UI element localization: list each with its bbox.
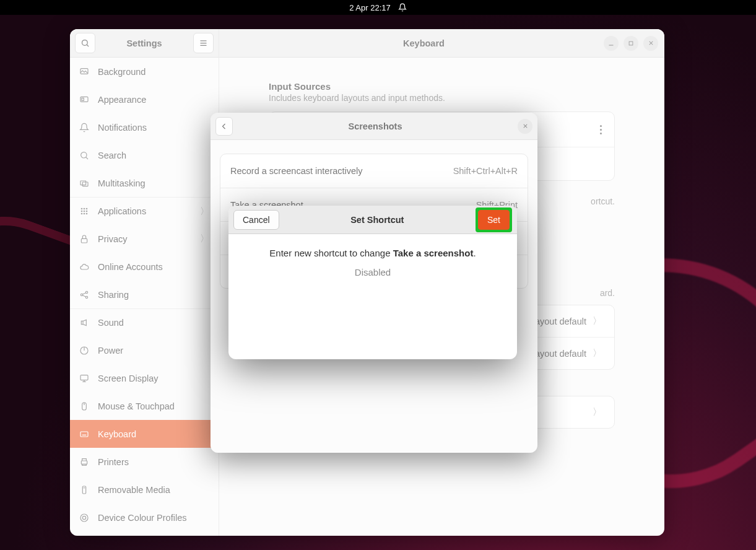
gnome-topbar: 2 Apr 22:17 xyxy=(0,0,756,15)
sidebar-item-label: Notifications xyxy=(98,123,147,133)
sidebar-item-label: Search xyxy=(98,151,126,160)
svg-point-12 xyxy=(86,211,88,212)
printer-icon xyxy=(79,457,89,467)
set-shortcut-header: Cancel Set Shortcut Set xyxy=(228,206,517,234)
shortcut-accelerator: Shift+Ctrl+Alt+R xyxy=(453,166,518,176)
sidebar-header: Settings xyxy=(70,29,219,58)
sidebar-item-sound[interactable]: Sound xyxy=(70,308,219,336)
svg-rect-28 xyxy=(629,41,633,45)
sidebar-item-label: Online Accounts xyxy=(98,262,163,272)
window-maximize-button[interactable] xyxy=(623,36,638,51)
sidebar-item-applications[interactable]: Applications〉 xyxy=(70,197,219,225)
topbar-datetime[interactable]: 2 Apr 22:17 xyxy=(349,3,391,12)
svg-rect-25 xyxy=(82,486,85,494)
svg-point-7 xyxy=(81,208,83,210)
share-icon xyxy=(79,290,89,300)
kebab-icon[interactable] xyxy=(600,125,602,134)
content-title: Keyboard xyxy=(249,38,599,48)
display-icon xyxy=(79,373,89,383)
svg-point-0 xyxy=(82,40,88,46)
sidebar-item-label: Screen Display xyxy=(98,373,159,383)
search-button[interactable] xyxy=(75,33,95,53)
power-icon xyxy=(79,346,89,356)
sidebar-item-screen-display[interactable]: Screen Display xyxy=(70,364,219,392)
sidebar-item-label: Keyboard xyxy=(98,429,136,439)
svg-point-9 xyxy=(86,208,88,210)
back-button[interactable] xyxy=(215,117,233,136)
shortcut-row[interactable]: Record a screencast interactivelyShift+C… xyxy=(220,154,528,188)
sidebar-item-label: Multitasking xyxy=(98,178,146,188)
sidebar-item-appearance[interactable]: Appearance xyxy=(70,85,219,113)
sidebar-item-multitasking[interactable]: Multitasking xyxy=(70,169,219,197)
set-button-highlight: Set xyxy=(476,207,512,232)
svg-rect-23 xyxy=(80,432,88,437)
sidebar: Settings BackgroundAppearanceNotificatio… xyxy=(70,29,219,536)
sidebar-item-notifications[interactable]: Notifications xyxy=(70,113,219,141)
set-button[interactable]: Set xyxy=(478,210,510,230)
window-minimize-button[interactable] xyxy=(604,36,619,51)
multitask-icon xyxy=(79,178,89,188)
cloud-icon xyxy=(79,262,89,272)
color-icon xyxy=(79,513,89,523)
notifications-icon[interactable] xyxy=(398,3,407,12)
background-icon xyxy=(79,67,89,77)
mouse-icon xyxy=(79,401,89,411)
sidebar-item-power[interactable]: Power xyxy=(70,336,219,364)
chevron-right-icon: 〉 xyxy=(200,233,209,245)
set-shortcut-instruction: Enter new shortcut to change Take a scre… xyxy=(241,248,505,258)
search-icon xyxy=(79,151,89,160)
lock-icon xyxy=(79,234,89,244)
set-shortcut-title: Set Shortcut xyxy=(279,215,476,225)
sidebar-item-label: Printers xyxy=(98,457,129,467)
media-icon xyxy=(79,485,89,495)
chevron-right-icon: 〉 xyxy=(593,406,602,418)
window-close-button[interactable] xyxy=(643,36,658,51)
screenshots-dialog-header: Screenshots xyxy=(211,113,537,140)
svg-rect-24 xyxy=(81,461,87,464)
sidebar-item-removable-media[interactable]: Removable Media xyxy=(70,476,219,504)
cancel-button[interactable]: Cancel xyxy=(233,210,279,230)
sidebar-item-label: Background xyxy=(98,67,146,77)
set-shortcut-status: Disabled xyxy=(241,267,505,277)
sidebar-item-label: Power xyxy=(98,346,123,356)
svg-point-11 xyxy=(84,211,85,212)
sidebar-item-privacy[interactable]: Privacy〉 xyxy=(70,225,219,253)
sidebar-item-label: Appearance xyxy=(98,95,146,105)
truncated-hint-text-2: ard. xyxy=(600,288,615,298)
sidebar-item-sharing[interactable]: Sharing xyxy=(70,281,219,308)
sidebar-item-search[interactable]: Search xyxy=(70,141,219,169)
section-input-sources-sub: Includes keyboard layouts and input meth… xyxy=(269,93,615,103)
svg-rect-21 xyxy=(80,375,88,380)
svg-point-4 xyxy=(81,152,87,157)
svg-point-14 xyxy=(84,213,85,215)
screenshots-close-button[interactable] xyxy=(518,119,532,134)
apps-icon xyxy=(79,206,89,216)
sidebar-item-label: Privacy xyxy=(98,234,128,244)
special-row-2-value: Layout default xyxy=(530,349,586,359)
chevron-right-icon: 〉 xyxy=(200,206,209,217)
content-header: Keyboard xyxy=(219,29,664,58)
svg-rect-3 xyxy=(82,98,84,100)
sidebar-item-keyboard[interactable]: Keyboard xyxy=(70,420,219,448)
svg-point-27 xyxy=(82,516,85,519)
hamburger-button[interactable] xyxy=(193,33,214,53)
svg-rect-16 xyxy=(81,238,87,243)
shortcut-label: Record a screencast interactively xyxy=(230,166,363,176)
sidebar-item-device-colour-profiles[interactable]: Device Colour Profiles xyxy=(70,504,219,531)
screenshots-dialog-title: Screenshots xyxy=(233,121,518,131)
sidebar-item-label: Sound xyxy=(98,318,124,328)
appearance-icon xyxy=(79,95,89,105)
svg-rect-6 xyxy=(82,182,88,186)
sidebar-item-mouse-touchpad[interactable]: Mouse & Touchpad xyxy=(70,392,219,420)
sidebar-item-label: Sharing xyxy=(98,290,129,300)
sidebar-item-label: Device Colour Profiles xyxy=(98,513,186,523)
sidebar-item-online-accounts[interactable]: Online Accounts xyxy=(70,253,219,281)
sidebar-title: Settings xyxy=(99,38,189,48)
sound-icon xyxy=(79,318,89,328)
sidebar-item-printers[interactable]: Printers xyxy=(70,448,219,476)
sidebar-item-label: Applications xyxy=(98,206,146,216)
sidebar-item-label: Removable Media xyxy=(98,485,170,495)
sidebar-item-background[interactable]: Background xyxy=(70,58,219,85)
truncated-hint-text: ortcut. xyxy=(591,196,615,206)
sidebar-nav: BackgroundAppearanceNotificationsSearchM… xyxy=(70,58,219,536)
